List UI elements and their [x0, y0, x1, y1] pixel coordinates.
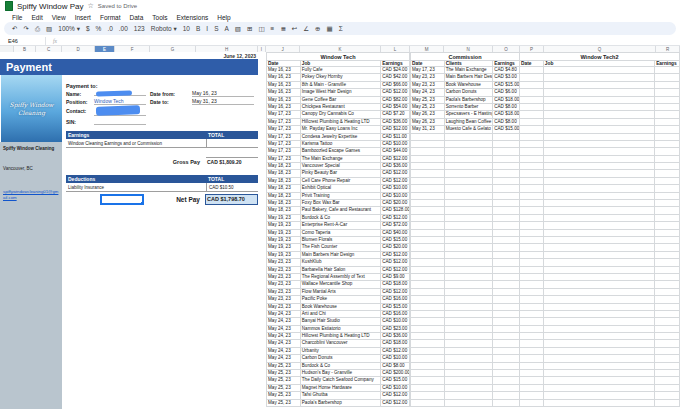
cell-earnings[interactable] [493, 340, 520, 347]
cell-date[interactable] [411, 170, 445, 177]
cell-job[interactable] [544, 318, 655, 325]
cell-date[interactable]: May 17, 23 [267, 119, 301, 126]
cell-date[interactable] [411, 333, 445, 340]
cell-client[interactable] [445, 340, 494, 347]
header-earnings[interactable]: Earnings [381, 60, 410, 67]
cell-date[interactable] [520, 200, 544, 207]
cell-date[interactable]: May 16, 23 [267, 74, 301, 81]
cell-date[interactable]: May 17, 23 [267, 111, 301, 118]
cell-date[interactable]: May 24, 23 [267, 318, 301, 325]
cell-date[interactable]: May 23, 23 [267, 259, 301, 266]
cell-date[interactable]: May 16, 23 [267, 82, 301, 89]
cell-job[interactable] [544, 274, 655, 281]
cell-earnings[interactable] [493, 200, 520, 207]
cell-earnings[interactable]: CAD $200.00 [381, 370, 410, 377]
cell-date[interactable] [520, 67, 544, 74]
paint-format-button[interactable]: ▨ [46, 22, 52, 35]
cell-client[interactable] [445, 267, 494, 274]
cell-earnings[interactable]: CAD $12.00 [381, 156, 410, 163]
paystub-banner[interactable]: Payment [0, 59, 258, 75]
cell-earnings[interactable] [655, 296, 680, 303]
cell-client[interactable] [445, 385, 494, 392]
cell-date[interactable] [520, 207, 544, 214]
cell-job[interactable] [544, 89, 655, 96]
cell-date[interactable] [520, 74, 544, 81]
cell-job[interactable] [544, 230, 655, 237]
cell-client[interactable] [445, 185, 494, 192]
cell-date[interactable] [520, 141, 544, 148]
cell-client[interactable]: Book Warehouse [445, 82, 494, 89]
cell-earnings[interactable]: CAD $4.80 [493, 67, 520, 74]
cell-earnings[interactable] [655, 318, 680, 325]
text-rotation-button[interactable]: ∠ [303, 22, 309, 35]
cell-job[interactable]: Hillcrest Plumbing & Heating LTD [301, 333, 381, 340]
cell-earnings[interactable] [655, 252, 680, 259]
cell-date[interactable] [520, 392, 544, 399]
date-to-label[interactable]: Date to: [150, 99, 169, 105]
bold-button[interactable]: B [196, 22, 200, 35]
cell-earnings[interactable]: CAD $12.00 [381, 215, 410, 222]
cell-earnings[interactable] [493, 252, 520, 259]
cell-job[interactable] [544, 400, 655, 407]
percent-format-button[interactable]: % [96, 22, 102, 35]
cell-earnings[interactable] [655, 348, 680, 355]
cell-earnings[interactable]: CAD $20.00 [381, 200, 410, 207]
date-to-value[interactable]: May 31, 23 [192, 98, 254, 105]
cell-date[interactable]: May 19, 23 [267, 215, 301, 222]
cell-date[interactable] [520, 363, 544, 370]
cell-earnings[interactable] [655, 274, 680, 281]
cell-job[interactable]: 8th & Main - Granville [301, 82, 381, 89]
cell-job[interactable]: Privit Training [301, 193, 381, 200]
cell-job[interactable] [544, 104, 655, 111]
cell-client[interactable] [445, 170, 494, 177]
cell-client[interactable] [445, 311, 494, 318]
cell-job[interactable]: Foxy Box Wax Bar [301, 200, 381, 207]
cell-date[interactable] [520, 163, 544, 170]
cell-date[interactable] [520, 400, 544, 407]
cell-earnings[interactable]: CAD $12.00 [381, 252, 410, 259]
cell-earnings[interactable]: CAD $10.00 [381, 185, 410, 192]
cell-earnings[interactable]: CAD $18.00 [381, 281, 410, 288]
cell-earnings[interactable]: CAD $42.00 [381, 74, 410, 81]
menu-item[interactable]: Tools [148, 14, 171, 21]
menu-item[interactable]: View [48, 14, 70, 21]
cell-date[interactable] [411, 326, 445, 333]
cell-job[interactable] [544, 67, 655, 74]
cell-job[interactable]: Mr. Payday Easy Loans Inc [301, 126, 381, 133]
cell-earnings[interactable] [493, 281, 520, 288]
cell-earnings[interactable] [493, 267, 520, 274]
cell-earnings[interactable]: CAD $15.00 [493, 82, 520, 89]
decrease-decimals-button[interactable]: .0 [107, 22, 112, 35]
cell-job[interactable]: Image West Hair Design [301, 89, 381, 96]
cell-job[interactable]: Carbon Donuts [301, 355, 381, 362]
cell-earnings[interactable] [493, 333, 520, 340]
cell-earnings[interactable]: CAD $54.00 [381, 104, 410, 111]
cell-date[interactable]: May 19, 23 [267, 244, 301, 251]
cell-client[interactable] [445, 281, 494, 288]
earnings-header[interactable]: Earnings [66, 131, 206, 139]
increase-decimals-button[interactable]: .00 [119, 22, 128, 35]
cell-earnings[interactable]: CAD $18.00 [493, 97, 520, 104]
cell-earnings[interactable]: CAD $18.00 [381, 340, 410, 347]
cell-date[interactable]: May 25, 23 [411, 97, 445, 104]
cell-earnings[interactable] [493, 304, 520, 311]
spreadsheet-canvas[interactable]: June 12, 2023 Payment Spiffy Window Clea… [0, 52, 680, 409]
cell-client[interactable]: Sorrento Barber [445, 104, 494, 111]
cell-earnings[interactable]: CAD $40.00 [381, 230, 410, 237]
cell-client[interactable]: Specsavers - E Hastings [445, 111, 494, 118]
strikethrough-button[interactable]: S [214, 22, 218, 35]
cell-earnings[interactable]: CAD $10.00 [381, 318, 410, 325]
cell-earnings[interactable]: CAD $44.00 [381, 148, 410, 155]
company-email-link[interactable]: spiffywindowcleaning01@gmail.com [3, 189, 59, 201]
header-earnings[interactable]: Earnings [655, 60, 680, 67]
cell-earnings[interactable] [655, 385, 680, 392]
cell-earnings[interactable]: CAD $10.00 [381, 193, 410, 200]
cell-earnings[interactable]: CAD $10.00 [381, 355, 410, 362]
cell-job[interactable] [544, 385, 655, 392]
cell-date[interactable] [520, 296, 544, 303]
cell-date[interactable]: May 23, 23 [411, 82, 445, 89]
cell-date[interactable] [411, 385, 445, 392]
cell-earnings[interactable] [493, 193, 520, 200]
cell-earnings[interactable]: CAD $8.00 [381, 363, 410, 370]
cell-earnings[interactable] [493, 148, 520, 155]
